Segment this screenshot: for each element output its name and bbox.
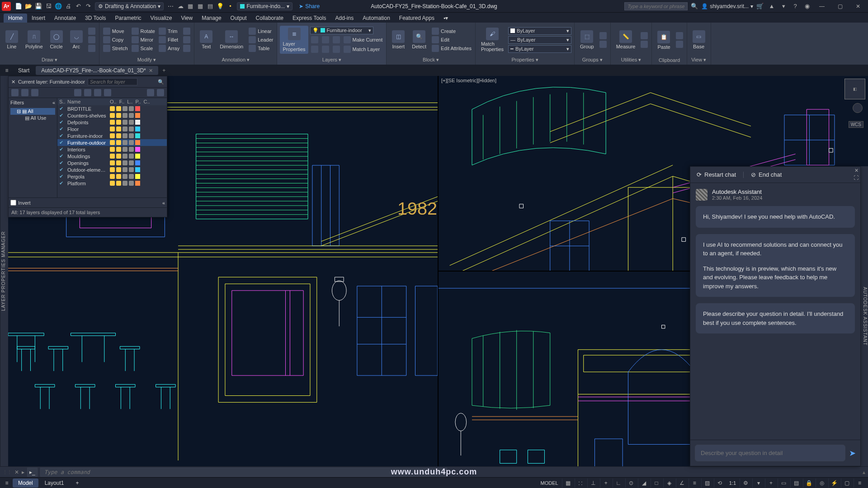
detect-button[interactable]: 🔍Detect xyxy=(409,29,429,50)
modify-extra2[interactable] xyxy=(182,36,191,44)
group-button[interactable]: ⬚Group xyxy=(577,29,597,50)
edit-block-button[interactable]: Edit xyxy=(431,36,472,44)
cmdline-expand-icon[interactable]: ▴ xyxy=(863,469,865,475)
isolate-icon[interactable]: ◎ xyxy=(816,479,827,488)
tab-addins[interactable]: Add-ins xyxy=(330,14,358,23)
assistant-input[interactable] xyxy=(695,445,845,461)
circle-button[interactable]: ◯Circle xyxy=(47,29,66,50)
panel-title-block[interactable]: Block ▾ xyxy=(389,56,472,64)
tab-collaborate[interactable]: Collaborate xyxy=(251,14,288,23)
layer-row[interactable]: ✔Furniture-outdoor xyxy=(57,139,167,146)
new-icon[interactable]: 📄 xyxy=(14,1,24,11)
lineweight-dropdown[interactable]: —ByLayer▾ xyxy=(508,36,571,44)
batch-icon[interactable]: ▤ xyxy=(205,1,215,11)
panel-title-view[interactable]: View ▾ xyxy=(690,56,708,64)
bulb-icon[interactable]: 💡 xyxy=(215,1,225,11)
panel-title-annotation[interactable]: Annotation ▾ xyxy=(197,56,274,64)
minimize-button[interactable]: — xyxy=(814,0,830,13)
delete-layer-icon[interactable] xyxy=(94,89,101,96)
workspace-icon[interactable]: ▾ xyxy=(752,479,764,488)
assistant-sidebar-tab[interactable]: AUTODESK ASSISTANT xyxy=(861,166,868,466)
saveas-icon[interactable]: 🖫 xyxy=(43,1,53,11)
workspace-switcher[interactable]: ⚙ Drafting & Annotation ▾ xyxy=(95,2,164,10)
3dosnap-icon[interactable]: ◈ xyxy=(663,479,675,488)
clip-extra2[interactable] xyxy=(675,40,684,48)
document-tab[interactable]: AutoCAD-FY25_Fire-...-Book-Cafe_01_3D*✕ xyxy=(36,66,158,75)
panel-title-modify[interactable]: Modify ▾ xyxy=(102,56,192,64)
ribbon-overflow-button[interactable]: ▪▾ xyxy=(439,14,453,23)
layer-tool-2[interactable] xyxy=(321,36,330,44)
tab-featuredapps[interactable]: Featured Apps xyxy=(395,14,439,23)
text-button[interactable]: AText xyxy=(197,29,215,50)
invert-checkbox[interactable] xyxy=(10,200,16,206)
share-button[interactable]: ➤ Share xyxy=(299,3,320,9)
group-extra2[interactable] xyxy=(599,40,608,48)
add-layout-button[interactable]: + xyxy=(70,479,84,488)
layout-menu-icon[interactable]: ≡ xyxy=(2,478,12,488)
layer-tool-6[interactable] xyxy=(332,45,341,53)
panel-title-layers[interactable]: Layers ▾ xyxy=(280,56,383,64)
layer-row[interactable]: ✔Furniture-indoor xyxy=(57,132,167,139)
match-properties-button[interactable]: 🖌Match Properties xyxy=(478,27,506,53)
otrack-icon[interactable]: ∠ xyxy=(676,479,688,488)
panel-title-utilities[interactable]: Utilities ▾ xyxy=(613,56,649,64)
undo-icon[interactable]: ↶ xyxy=(73,1,83,11)
paste-button[interactable]: 📋Paste xyxy=(655,30,673,51)
close-tab-icon[interactable]: ✕ xyxy=(149,68,153,74)
layer-row[interactable]: ✔Interiors xyxy=(57,146,167,153)
save-icon[interactable]: 💾 xyxy=(33,1,43,11)
linetype-dropdown[interactable]: ━ByLayer▾ xyxy=(508,45,571,53)
maximize-button[interactable]: ▢ xyxy=(832,0,848,13)
layer-columns-header[interactable]: S..Name O..F..L..P..C.. xyxy=(57,98,167,105)
close-icon[interactable]: ✕ xyxy=(11,79,15,85)
tab-visualize[interactable]: Visualize xyxy=(146,14,177,23)
tab-insert[interactable]: Insert xyxy=(27,14,50,23)
leader-button[interactable]: Leader xyxy=(248,36,274,44)
layer-row[interactable]: ✔Defpoints xyxy=(57,119,167,126)
collapse-invert-icon[interactable]: « xyxy=(162,200,165,206)
new-layer2-icon[interactable] xyxy=(74,89,81,96)
copy-button[interactable]: Copy xyxy=(102,36,129,44)
units-icon[interactable]: ▭ xyxy=(778,479,789,488)
new-group-filter-icon[interactable] xyxy=(31,89,38,96)
modify-extra1[interactable] xyxy=(182,27,191,35)
web-icon[interactable]: 🌐 xyxy=(53,1,63,11)
modify-extra3[interactable] xyxy=(182,44,191,52)
bulb2-icon[interactable]: • xyxy=(225,1,235,11)
invert-filter[interactable]: Invert « xyxy=(9,197,167,207)
layer-properties-button[interactable]: ≣Layer Properties xyxy=(280,26,308,54)
new-tab-button[interactable]: + xyxy=(159,66,169,75)
linear-button[interactable]: Linear xyxy=(248,27,274,35)
sheet-icon[interactable]: ▦ xyxy=(185,1,195,11)
layer-row[interactable]: ✔Floor xyxy=(57,126,167,132)
panel-title-draw[interactable]: Draw ▾ xyxy=(3,56,96,64)
panel-title-clipboard[interactable]: Clipboard xyxy=(655,56,684,64)
clean-screen-icon[interactable]: ▢ xyxy=(841,479,853,488)
user-account-button[interactable]: 👤 shiyamdev.srit... ▾ xyxy=(701,3,753,9)
grid-icon[interactable]: ▦ xyxy=(562,479,574,488)
redo-icon[interactable]: ↷ xyxy=(83,1,93,11)
close-button[interactable]: ✕ xyxy=(850,0,866,13)
current-layer-dropdown[interactable]: 💡Furniture-indoor▾ xyxy=(310,27,373,34)
table-button[interactable]: Table xyxy=(248,44,274,52)
settings-icon[interactable] xyxy=(157,89,164,96)
app-menu-button[interactable]: A▾ xyxy=(2,2,11,11)
trim-button[interactable]: Trim xyxy=(158,27,180,35)
quickprops-icon[interactable]: ▤ xyxy=(790,479,802,488)
close-cmdline-icon[interactable]: ✕ xyxy=(14,469,19,475)
line-button[interactable]: ╱Line xyxy=(3,29,21,50)
filter-all-used[interactable]: ▤ All Use xyxy=(10,115,55,122)
command-input[interactable] xyxy=(40,468,447,477)
tab-3dtools[interactable]: 3D Tools xyxy=(80,14,110,23)
gear2-icon[interactable]: ⚙ xyxy=(740,479,751,488)
annotation-scale[interactable]: 1:1 xyxy=(726,480,739,486)
layer-row[interactable]: ✔BRDTITLE xyxy=(57,105,167,112)
restart-chat-button[interactable]: ⟳Restart chat xyxy=(697,171,736,178)
layer-quick-dropdown[interactable]: Furniture-indo... ▾ xyxy=(237,2,292,10)
draw-extra2[interactable] xyxy=(87,36,96,44)
clip-extra[interactable] xyxy=(675,32,684,40)
model-tab[interactable]: Model xyxy=(13,479,38,488)
customize-icon[interactable]: ≡ xyxy=(854,479,865,488)
collapse-filters-icon[interactable]: « xyxy=(52,100,55,105)
help-search-input[interactable] xyxy=(624,2,688,10)
